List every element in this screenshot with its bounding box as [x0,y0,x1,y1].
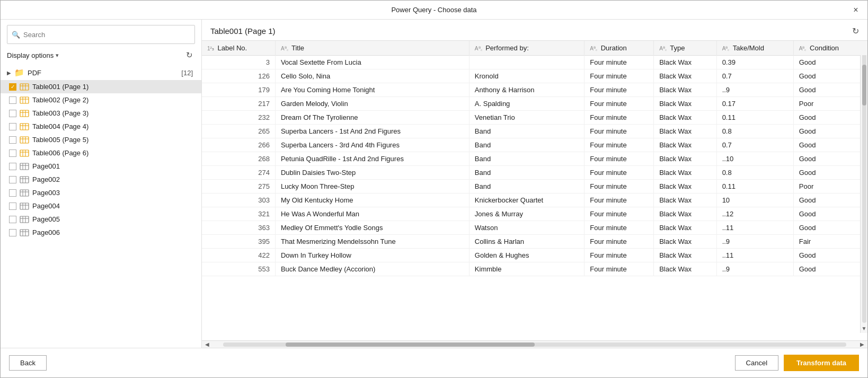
tree-item-table004[interactable]: Table004 (Page 4) [1,120,201,133]
tree-item-table002[interactable]: Table002 (Page 2) [1,93,201,107]
svg-rect-32 [20,190,29,196]
checkbox-page002[interactable] [9,176,16,183]
tree-item-page005[interactable]: Page005 [1,213,201,226]
tree-item-label-page006: Page006 [32,228,60,236]
folder-icon: 📁 [14,68,24,77]
table-cell: Golden & Hughes [469,249,584,262]
table-icon-4 [20,123,29,130]
tree-item-label-table004: Table004 (Page 4) [32,122,88,130]
scroll-down-arrow[interactable]: ▼ [862,324,867,333]
checkbox-page004[interactable] [9,203,16,210]
table-cell: Good [793,249,867,262]
table-cell: Four minute [584,69,654,83]
page-icon-3 [20,189,29,197]
table-cell: 265 [202,125,275,138]
checkbox-table005[interactable] [9,136,16,144]
table-cell: Four minute [584,111,654,125]
table-cell: Black Wax [654,152,717,166]
table-cell: ..9 [716,262,793,276]
scroll-right-arrow[interactable]: ▶ [857,341,867,347]
checkbox-table002[interactable] [9,96,16,104]
table-cell: Dream Of The Tyrolienne [275,111,469,125]
table-cell: 0.8 [716,166,793,180]
table-icon-2 [20,96,29,104]
table-cell: 422 [202,249,275,262]
col-header-title: Aᴮ꜀ Title [275,41,469,56]
table-row: 3Vocal Sextette From LuciaFour minuteBla… [202,56,867,69]
table-cell: Superba Lancers - 3rd And 4th Figures [275,138,469,152]
tree-panel: ▶ 📁 PDF [12] [1,65,201,348]
tree-item-table005[interactable]: Table005 (Page 5) [1,133,201,146]
tree-item-page001[interactable]: Page001 [1,160,201,173]
table-cell: Medley Of Emmett's Yodle Songs [275,221,469,235]
scroll-track [862,51,866,323]
table-cell: Down In Turkey Hollow [275,249,469,262]
table-header-row: 1²₃ Label No. Aᴮ꜀ Title Aᴮ꜀ Performed by… [202,41,867,56]
footer: Back Cancel Transform data [1,348,867,377]
right-panel: Table001 (Page 1) ↻ 1²₃ Label No. Aᴮ꜀ [202,20,867,348]
checkbox-table006[interactable] [9,150,16,157]
pdf-folder[interactable]: ▶ 📁 PDF [12] [1,65,201,80]
search-input[interactable] [23,31,190,39]
transform-data-button[interactable]: Transform data [784,355,859,371]
checkbox-page003[interactable] [9,189,16,197]
table-cell: Band [469,180,584,194]
table-cell: 0.39 [716,56,793,69]
tree-item-page004[interactable]: Page004 [1,199,201,213]
table-row: 275Lucky Moon Three-StepBandFour minuteB… [202,180,867,194]
checkbox-table001[interactable] [9,83,16,91]
table-cell: Four minute [584,152,654,166]
checkbox-table004[interactable] [9,123,16,130]
tree-item-page006[interactable]: Page006 [1,226,201,239]
page-icon-1 [20,163,29,170]
cancel-button[interactable]: Cancel [735,355,778,371]
table-cell: Good [793,166,867,180]
table-cell: Black Wax [654,262,717,276]
tree-item-table006[interactable]: Table006 (Page 6) [1,146,201,160]
horizontal-scrollbar[interactable]: ◀ ▶ [202,340,867,348]
tree-item-label-table003: Table003 (Page 3) [32,109,88,117]
col-header-duration: Aᴮ꜀ Duration [584,41,654,56]
scroll-left-arrow[interactable]: ◀ [202,341,212,347]
close-button[interactable]: × [848,3,863,17]
table-cell: Four minute [584,138,654,152]
table-cell: Knickerbocker Quartet [469,194,584,207]
table-cell: 0.11 [716,180,793,194]
table-cell: ..10 [716,152,793,166]
checkbox-page005[interactable] [9,216,16,223]
data-table-wrapper[interactable]: 1²₃ Label No. Aᴮ꜀ Title Aᴮ꜀ Performed by… [202,40,867,340]
table-cell: Black Wax [654,235,717,249]
table-cell: Band [469,125,584,138]
table-cell: Band [469,152,584,166]
table-title-row: Table001 (Page 1) ↻ [202,20,867,40]
tree-item-label-page001: Page001 [32,162,60,170]
tree-item-page003[interactable]: Page003 [1,186,201,199]
tree-item-table001[interactable]: Table001 (Page 1) [1,80,201,93]
checkbox-table003[interactable] [9,110,16,117]
table-cell: Band [469,166,584,180]
tree-item-page002[interactable]: Page002 [1,173,201,186]
refresh-button[interactable]: ↻ [184,49,195,61]
table-cell: Black Wax [654,166,717,180]
h-scroll-track [223,342,846,347]
table-cell: Black Wax [654,138,717,152]
vertical-scrollbar[interactable]: ▲ ▼ [860,41,867,333]
table-cell: Lucky Moon Three-Step [275,180,469,194]
tree-item-table003[interactable]: Table003 (Page 3) [1,107,201,120]
table-cell: Black Wax [654,69,717,83]
checkbox-page006[interactable] [9,229,16,236]
col-header-type: Aᴮ꜀ Type [654,41,717,56]
table-cell: Vocal Sextette From Lucia [275,56,469,69]
table-cell: 0.11 [716,111,793,125]
table-row: 321He Was A Wonderful ManJones & MurrayF… [202,207,867,221]
back-button[interactable]: Back [9,355,47,371]
table-cell: 232 [202,111,275,125]
table-cell: Black Wax [654,194,717,207]
table-icon-6 [20,150,29,157]
table-row: 363Medley Of Emmett's Yodle SongsWatsonF… [202,221,867,235]
refresh-table-button[interactable]: ↻ [852,26,859,36]
checkbox-page001[interactable] [9,163,16,170]
table-title-text: Table001 (Page 1) [210,27,276,36]
table-row: 274Dublin Daisies Two-StepBandFour minut… [202,166,867,180]
table-cell: Dublin Daisies Two-Step [275,166,469,180]
